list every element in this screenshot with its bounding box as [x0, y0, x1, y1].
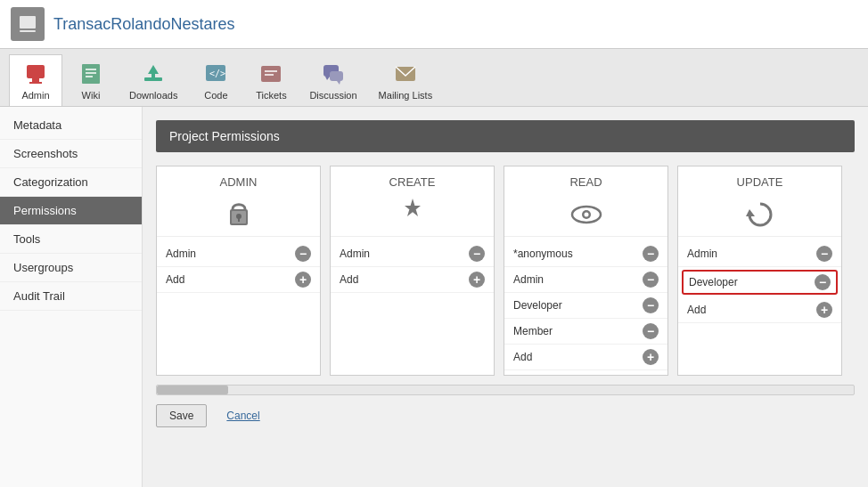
read-card-remove-admin[interactable]: −: [643, 272, 659, 288]
form-actions: Save Cancel: [156, 404, 855, 427]
tab-admin-label: Admin: [21, 90, 49, 101]
read-card-remove-developer[interactable]: −: [643, 297, 659, 313]
tab-admin[interactable]: Admin: [9, 54, 62, 106]
sidebar: Metadata Screenshots Categorization Perm…: [0, 107, 143, 487]
svg-text:</>: </>: [209, 69, 225, 78]
svg-marker-18: [325, 77, 330, 80]
sidebar-item-audit-trail[interactable]: Audit Trail: [0, 282, 142, 311]
sidebar-item-usergroups[interactable]: Usergroups: [0, 254, 142, 282]
svg-marker-30: [746, 209, 755, 216]
update-card: UPDATE Admin − Developer − Add: [677, 166, 842, 376]
tab-mailing-label: Mailing Lists: [379, 90, 433, 101]
create-card-header: CREATE: [331, 166, 494, 237]
tab-downloads-label: Downloads: [129, 90, 177, 101]
code-icon: </>: [201, 60, 230, 88]
svg-rect-11: [151, 74, 155, 79]
read-card-add-label: Add: [513, 351, 532, 363]
admin-icon: [21, 60, 50, 88]
svg-rect-5: [82, 64, 100, 84]
create-card-row-admin: Admin −: [331, 241, 494, 267]
admin-card-row-admin: Admin −: [157, 241, 320, 267]
read-card-add-btn[interactable]: +: [643, 349, 659, 365]
header: TransacRolandoNestares: [0, 0, 868, 49]
tab-wiki[interactable]: Wiki: [64, 54, 118, 106]
update-card-title: UPDATE: [683, 175, 837, 189]
tab-code-label: Code: [204, 90, 227, 101]
read-card-row-anonymous-name: *anonymous: [513, 248, 573, 260]
svg-rect-19: [330, 71, 343, 81]
update-card-icon: [683, 196, 837, 231]
create-card-remove-admin[interactable]: −: [469, 246, 485, 262]
tab-mailing-lists[interactable]: Mailing Lists: [369, 54, 443, 106]
read-card-title: READ: [509, 175, 663, 189]
svg-rect-0: [20, 16, 36, 28]
read-card-row-developer-name: Developer: [513, 299, 562, 312]
cancel-button[interactable]: Cancel: [214, 404, 272, 427]
read-card-row-anonymous: *anonymous −: [504, 241, 667, 267]
svg-rect-14: [261, 66, 281, 82]
admin-card-add-label: Add: [166, 273, 184, 286]
svg-marker-10: [148, 65, 159, 74]
svg-rect-4: [29, 82, 42, 84]
update-card-row-developer-name: Developer: [689, 276, 738, 288]
admin-card: ADMIN Admin − Add +: [156, 166, 321, 376]
horizontal-scrollbar[interactable]: [156, 385, 855, 395]
sidebar-item-screenshots[interactable]: Screenshots: [0, 140, 142, 168]
update-card-row-admin-name: Admin: [687, 248, 717, 260]
admin-card-icon: [161, 196, 315, 231]
svg-rect-2: [27, 65, 45, 78]
update-card-row-admin: Admin −: [678, 241, 841, 267]
tab-tickets[interactable]: Tickets: [244, 54, 298, 106]
wiki-icon: [77, 60, 105, 88]
svg-rect-25: [238, 218, 240, 222]
read-card-row-admin-name: Admin: [513, 273, 544, 286]
nav-tabs: Admin Wiki Downloads </> Code Tickets Di…: [0, 49, 868, 107]
create-card-add-btn[interactable]: +: [469, 272, 485, 288]
read-card: READ *anonymous − Admin − Develo: [504, 166, 668, 376]
update-card-remove-admin[interactable]: −: [816, 246, 832, 262]
svg-marker-20: [337, 81, 340, 85]
sidebar-item-tools[interactable]: Tools: [0, 225, 142, 254]
admin-card-add-btn[interactable]: +: [295, 272, 311, 288]
save-button[interactable]: Save: [156, 404, 207, 427]
svg-point-29: [584, 213, 588, 217]
read-card-row-developer: Developer −: [504, 293, 667, 319]
update-card-body: Admin − Developer − Add +: [678, 237, 841, 328]
svg-rect-1: [20, 30, 36, 32]
tab-code[interactable]: </> Code: [189, 54, 242, 106]
read-card-row-member: Member −: [504, 319, 667, 345]
sidebar-item-categorization[interactable]: Categorization: [0, 168, 142, 197]
update-card-add-row: Add +: [678, 297, 841, 323]
tab-wiki-label: Wiki: [82, 90, 101, 101]
sidebar-item-metadata[interactable]: Metadata: [0, 111, 142, 140]
tab-discussion[interactable]: Discussion: [299, 54, 366, 106]
admin-card-body: Admin − Add +: [157, 237, 320, 297]
update-card-remove-developer[interactable]: −: [815, 274, 831, 290]
read-card-row-admin: Admin −: [504, 267, 667, 293]
content-area: Project Permissions ADMIN Admin − Add: [143, 107, 868, 487]
read-card-add-row: Add +: [504, 345, 667, 370]
main: Metadata Screenshots Categorization Perm…: [0, 107, 868, 487]
create-card-icon: [335, 196, 489, 231]
sidebar-item-permissions[interactable]: Permissions: [0, 197, 142, 225]
svg-marker-26: [405, 199, 421, 216]
read-card-remove-anonymous[interactable]: −: [643, 246, 659, 262]
read-card-header: READ: [504, 166, 667, 237]
admin-card-remove-admin[interactable]: −: [295, 246, 311, 262]
admin-card-add-row: Add +: [157, 267, 320, 293]
app-title: TransacRolandoNestares: [53, 15, 234, 34]
discussion-icon: [319, 60, 348, 88]
scrollbar-thumb[interactable]: [157, 386, 228, 394]
read-card-body: *anonymous − Admin − Developer − Member …: [504, 237, 667, 375]
read-card-remove-member[interactable]: −: [643, 323, 659, 339]
tickets-icon: [257, 60, 285, 88]
update-card-add-label: Add: [687, 304, 706, 316]
tab-tickets-label: Tickets: [256, 90, 286, 101]
create-card-add-row: Add +: [331, 267, 494, 293]
admin-card-title: ADMIN: [161, 175, 315, 189]
update-card-row-developer: Developer −: [682, 270, 838, 295]
read-card-icon: [509, 196, 663, 231]
tab-downloads[interactable]: Downloads: [119, 54, 187, 106]
update-card-add-btn[interactable]: +: [816, 302, 832, 318]
permissions-title: Project Permissions: [156, 120, 855, 152]
